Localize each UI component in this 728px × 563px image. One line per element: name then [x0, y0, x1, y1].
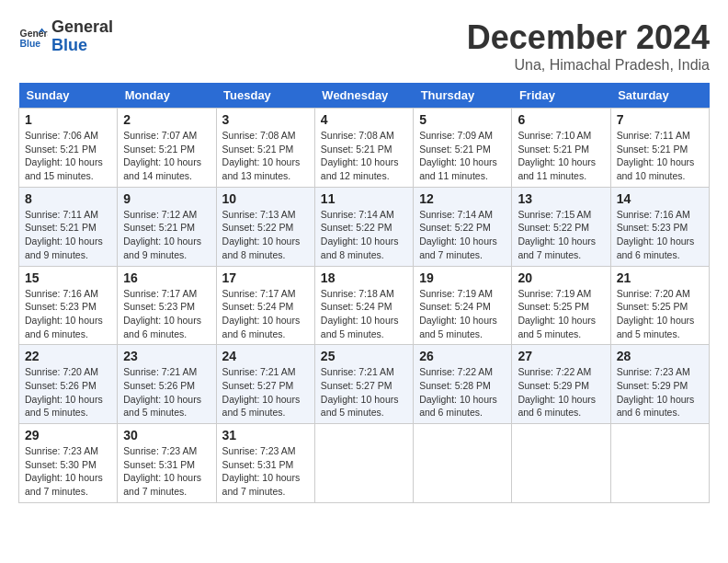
day-number: 31: [222, 428, 309, 442]
cell-info: Sunrise: 7:14 AMSunset: 5:22 PMDaylight:…: [419, 209, 497, 260]
day-number: 21: [617, 270, 703, 285]
day-number: 11: [321, 191, 407, 206]
cell-info: Sunrise: 7:16 AMSunset: 5:23 PMDaylight:…: [25, 288, 103, 339]
cell-info: Sunrise: 7:21 AMSunset: 5:27 PMDaylight:…: [222, 366, 301, 418]
cell-info: Sunrise: 7:23 AMSunset: 5:30 PMDaylight:…: [25, 445, 103, 497]
cell-info: Sunrise: 7:23 AMSunset: 5:31 PMDaylight:…: [222, 445, 301, 497]
logo-text: General Blue: [51, 18, 113, 55]
table-row: 17 Sunrise: 7:17 AMSunset: 5:24 PMDaylig…: [216, 266, 314, 345]
day-number: 3: [222, 112, 309, 127]
day-number: 20: [518, 270, 604, 285]
header-thursday: Thursday: [414, 83, 512, 109]
cell-info: Sunrise: 7:12 AMSunset: 5:21 PMDaylight:…: [123, 209, 201, 260]
table-row: 25 Sunrise: 7:21 AMSunset: 5:27 PMDaylig…: [314, 345, 413, 424]
day-number: 13: [518, 191, 604, 206]
table-row: 15 Sunrise: 7:16 AMSunset: 5:23 PMDaylig…: [19, 266, 118, 345]
table-row: 5 Sunrise: 7:09 AMSunset: 5:21 PMDayligh…: [414, 109, 512, 188]
title-area: December 2024 Una, Himachal Pradesh, Ind…: [467, 18, 710, 74]
calendar-row: 22 Sunrise: 7:20 AMSunset: 5:26 PMDaylig…: [19, 345, 710, 424]
day-number: 10: [222, 191, 309, 206]
cell-info: Sunrise: 7:17 AMSunset: 5:23 PMDaylight:…: [123, 288, 201, 339]
day-number: 19: [419, 270, 506, 285]
cell-info: Sunrise: 7:11 AMSunset: 5:21 PMDaylight:…: [617, 130, 695, 181]
cell-info: Sunrise: 7:16 AMSunset: 5:23 PMDaylight:…: [617, 209, 695, 260]
table-row: [610, 424, 709, 503]
day-number: 17: [222, 270, 309, 285]
day-number: 14: [617, 191, 703, 206]
day-number: 22: [25, 349, 111, 363]
table-row: 22 Sunrise: 7:20 AMSunset: 5:26 PMDaylig…: [19, 345, 118, 424]
cell-info: Sunrise: 7:07 AMSunset: 5:21 PMDaylight:…: [123, 130, 201, 181]
header-wednesday: Wednesday: [314, 83, 413, 109]
cell-info: Sunrise: 7:20 AMSunset: 5:25 PMDaylight:…: [617, 288, 695, 339]
table-row: 2 Sunrise: 7:07 AMSunset: 5:21 PMDayligh…: [118, 109, 216, 188]
day-number: 25: [321, 349, 407, 363]
table-row: 30 Sunrise: 7:23 AMSunset: 5:31 PMDaylig…: [118, 424, 216, 503]
cell-info: Sunrise: 7:22 AMSunset: 5:28 PMDaylight:…: [419, 366, 497, 418]
day-number: 29: [25, 428, 111, 442]
cell-info: Sunrise: 7:23 AMSunset: 5:31 PMDaylight:…: [123, 445, 201, 497]
day-number: 18: [321, 270, 407, 285]
cell-info: Sunrise: 7:23 AMSunset: 5:29 PMDaylight:…: [617, 366, 695, 418]
cell-info: Sunrise: 7:13 AMSunset: 5:22 PMDaylight:…: [222, 209, 301, 260]
day-number: 15: [25, 270, 111, 285]
table-row: 23 Sunrise: 7:21 AMSunset: 5:26 PMDaylig…: [118, 345, 216, 424]
day-number: 9: [123, 191, 210, 206]
table-row: 21 Sunrise: 7:20 AMSunset: 5:25 PMDaylig…: [610, 266, 709, 345]
day-number: 30: [123, 428, 210, 442]
location: Una, Himachal Pradesh, India: [467, 57, 710, 74]
cell-info: Sunrise: 7:17 AMSunset: 5:24 PMDaylight:…: [222, 288, 301, 339]
cell-info: Sunrise: 7:19 AMSunset: 5:24 PMDaylight:…: [419, 288, 497, 339]
table-row: [414, 424, 512, 503]
header-sunday: Sunday: [19, 83, 118, 109]
table-row: 9 Sunrise: 7:12 AMSunset: 5:21 PMDayligh…: [118, 187, 216, 266]
day-number: 5: [419, 112, 506, 127]
table-row: 7 Sunrise: 7:11 AMSunset: 5:21 PMDayligh…: [610, 109, 709, 188]
logo: General Blue General Blue: [18, 18, 113, 55]
cell-info: Sunrise: 7:09 AMSunset: 5:21 PMDaylight:…: [419, 130, 497, 181]
table-row: 24 Sunrise: 7:21 AMSunset: 5:27 PMDaylig…: [216, 345, 314, 424]
svg-text:Blue: Blue: [20, 39, 41, 49]
cell-info: Sunrise: 7:15 AMSunset: 5:22 PMDaylight:…: [518, 209, 596, 260]
table-row: 8 Sunrise: 7:11 AMSunset: 5:21 PMDayligh…: [19, 187, 118, 266]
logo-icon: General Blue: [18, 22, 48, 52]
day-number: 8: [25, 191, 111, 206]
header-monday: Monday: [118, 83, 216, 109]
cell-info: Sunrise: 7:14 AMSunset: 5:22 PMDaylight:…: [321, 209, 399, 260]
day-number: 2: [123, 112, 210, 127]
table-row: 10 Sunrise: 7:13 AMSunset: 5:22 PMDaylig…: [216, 187, 314, 266]
table-row: 1 Sunrise: 7:06 AMSunset: 5:21 PMDayligh…: [19, 109, 118, 188]
day-number: 24: [222, 349, 309, 363]
header-tuesday: Tuesday: [216, 83, 314, 109]
cell-info: Sunrise: 7:08 AMSunset: 5:21 PMDaylight:…: [222, 130, 301, 181]
day-number: 7: [617, 112, 703, 127]
cell-info: Sunrise: 7:18 AMSunset: 5:24 PMDaylight:…: [321, 288, 399, 339]
cell-info: Sunrise: 7:21 AMSunset: 5:26 PMDaylight:…: [123, 366, 201, 418]
cell-info: Sunrise: 7:11 AMSunset: 5:21 PMDaylight:…: [25, 209, 103, 260]
cell-info: Sunrise: 7:20 AMSunset: 5:26 PMDaylight:…: [25, 366, 103, 418]
table-row: 27 Sunrise: 7:22 AMSunset: 5:29 PMDaylig…: [512, 345, 610, 424]
calendar-row: 8 Sunrise: 7:11 AMSunset: 5:21 PMDayligh…: [19, 187, 710, 266]
calendar-row: 15 Sunrise: 7:16 AMSunset: 5:23 PMDaylig…: [19, 266, 710, 345]
table-row: 14 Sunrise: 7:16 AMSunset: 5:23 PMDaylig…: [610, 187, 709, 266]
cell-info: Sunrise: 7:08 AMSunset: 5:21 PMDaylight:…: [321, 130, 399, 181]
cell-info: Sunrise: 7:22 AMSunset: 5:29 PMDaylight:…: [518, 366, 596, 418]
day-number: 27: [518, 349, 604, 363]
table-row: 26 Sunrise: 7:22 AMSunset: 5:28 PMDaylig…: [414, 345, 512, 424]
table-row: 19 Sunrise: 7:19 AMSunset: 5:24 PMDaylig…: [414, 266, 512, 345]
table-row: 4 Sunrise: 7:08 AMSunset: 5:21 PMDayligh…: [314, 109, 413, 188]
day-header-row: Sunday Monday Tuesday Wednesday Thursday…: [19, 83, 710, 109]
cell-info: Sunrise: 7:06 AMSunset: 5:21 PMDaylight:…: [25, 130, 103, 181]
table-row: [314, 424, 413, 503]
calendar-table: Sunday Monday Tuesday Wednesday Thursday…: [18, 83, 710, 503]
svg-text:General: General: [20, 29, 48, 39]
day-number: 16: [123, 270, 210, 285]
calendar-row: 29 Sunrise: 7:23 AMSunset: 5:30 PMDaylig…: [19, 424, 710, 503]
day-number: 12: [419, 191, 506, 206]
day-number: 23: [123, 349, 210, 363]
table-row: 28 Sunrise: 7:23 AMSunset: 5:29 PMDaylig…: [610, 345, 709, 424]
calendar-row: 1 Sunrise: 7:06 AMSunset: 5:21 PMDayligh…: [19, 109, 710, 188]
day-number: 1: [25, 112, 111, 127]
cell-info: Sunrise: 7:19 AMSunset: 5:25 PMDaylight:…: [518, 288, 596, 339]
table-row: 6 Sunrise: 7:10 AMSunset: 5:21 PMDayligh…: [512, 109, 610, 188]
